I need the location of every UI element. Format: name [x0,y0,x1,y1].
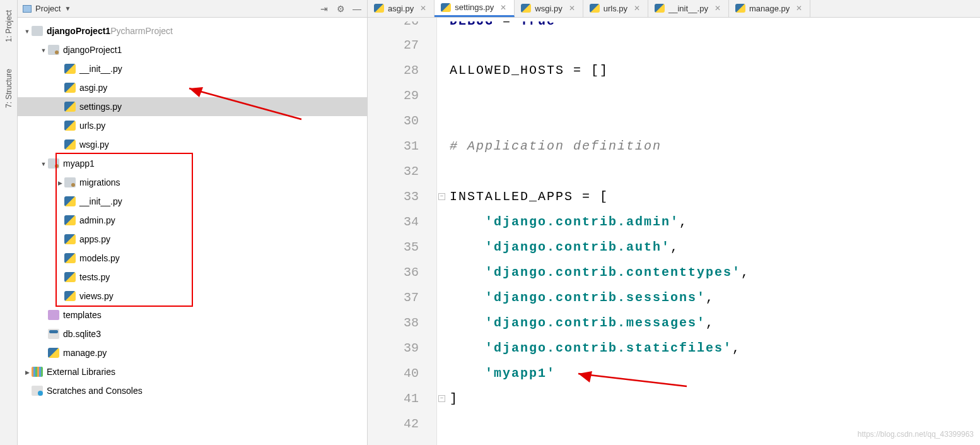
tab-label: asgi.py [388,4,414,13]
locate-icon[interactable]: ⇥ [319,4,329,14]
close-icon[interactable]: ✕ [796,4,802,13]
fold-toggle-icon[interactable]: − [438,193,445,200]
tree-row[interactable]: templates [18,306,367,324]
editor-tab[interactable]: asgi.py✕ [368,0,435,17]
python-file-icon [655,4,665,13]
expand-arrow-icon[interactable] [23,27,32,35]
py-icon [64,64,76,74]
close-icon[interactable]: ✕ [634,4,640,13]
tree-label: admin.py [79,215,115,225]
close-icon[interactable]: ✕ [500,3,506,12]
tree-row[interactable]: djangoProject1 PycharmProject [18,21,367,40]
close-icon[interactable]: ✕ [420,4,426,13]
python-file-icon [590,4,600,13]
python-file-icon [441,3,451,12]
chevron-down-icon[interactable]: ▼ [64,5,71,12]
tree-label: External Libraries [47,367,115,377]
pkg-icon [48,45,59,55]
tree-label: apps.py [79,234,110,244]
py-icon [64,196,76,206]
expand-arrow-icon[interactable] [39,46,48,54]
project-icon [23,5,32,13]
editor-tabs: asgi.py✕settings.py✕wsgi.py✕urls.py✕__in… [368,0,980,18]
tree-row[interactable]: __init__.py [18,59,367,78]
py-icon [64,234,76,244]
tree-label: db.sqlite3 [63,329,101,339]
editor-tab[interactable]: settings.py✕ [435,0,515,17]
tree-label: __init__.py [79,64,122,74]
pkg-icon [64,177,76,187]
tpl-icon [48,310,59,320]
tree-row[interactable]: models.py [18,249,367,268]
project-tool-tab[interactable]: 1: Project [4,6,13,46]
tree-row[interactable]: migrations [18,173,367,192]
project-tree[interactable]: djangoProject1 PycharmProjectdjangoProje… [18,18,367,445]
py-icon [64,253,76,263]
tree-label: views.py [79,291,114,301]
editor-tab[interactable]: manage.py✕ [729,0,810,17]
python-file-icon [735,4,745,13]
tree-row[interactable]: Scratches and Consoles [18,381,367,400]
fold-column[interactable]: −− [437,18,447,445]
tree-row[interactable]: db.sqlite3 [18,324,367,343]
tree-label: migrations [79,177,120,187]
code-content[interactable]: DEBUG = True ALLOWED_HOSTS = [] # Applic… [447,18,980,445]
tree-row[interactable]: tests.py [18,268,367,287]
editor-tab[interactable]: urls.py✕ [583,0,648,17]
fold-toggle-icon[interactable]: − [438,395,445,402]
tab-label: wsgi.py [535,4,562,13]
tree-label: asgi.py [79,83,107,93]
code-editor[interactable]: 2627282930313233343536373839404142 −− DE… [368,18,980,445]
db-icon [48,329,59,339]
tab-label: urls.py [604,4,627,13]
py-icon [64,102,76,112]
tree-row[interactable]: apps.py [18,230,367,249]
py-icon [64,291,76,301]
tree-label: manage.py [63,348,107,358]
py-icon [48,348,59,358]
tree-row[interactable]: asgi.py [18,78,367,97]
py-icon [64,215,76,225]
python-file-icon [521,4,531,13]
left-tool-rail: 1: Project 7: Structure [0,0,18,445]
expand-arrow-icon[interactable] [39,160,48,167]
folder-icon [32,26,43,36]
tree-row[interactable]: admin.py [18,211,367,230]
pkg-icon [48,158,59,169]
tree-row[interactable]: djangoProject1 [18,40,367,59]
close-icon[interactable]: ✕ [569,4,575,13]
tree-label: wsgi.py [79,139,109,150]
py-icon [64,139,76,150]
tree-row[interactable]: settings.py [18,97,367,116]
close-icon[interactable]: ✕ [715,4,721,13]
tree-row[interactable]: myapp1 [18,154,367,173]
expand-arrow-icon[interactable] [55,179,64,186]
structure-tool-tab[interactable]: 7: Structure [4,65,13,112]
python-file-icon [374,4,384,13]
tree-label: djangoProject1 [63,45,122,55]
project-panel-title: Project [35,4,61,13]
tree-label: myapp1 [63,158,95,169]
tab-label: manage.py [749,4,790,13]
expand-arrow-icon[interactable] [23,368,32,376]
tree-row[interactable]: views.py [18,287,367,306]
tree-label: urls.py [79,121,105,131]
tree-label: tests.py [79,272,110,282]
line-gutter: 2627282930313233343536373839404142 [368,18,437,445]
tab-label: settings.py [455,3,494,12]
tree-row[interactable]: urls.py [18,116,367,135]
tree-row[interactable]: manage.py [18,343,367,362]
tree-label: templates [63,310,102,320]
editor-area: asgi.py✕settings.py✕wsgi.py✕urls.py✕__in… [368,0,980,445]
minimize-icon[interactable]: — [352,4,362,14]
gear-icon[interactable]: ⚙ [335,4,346,14]
editor-tab[interactable]: __init__.py✕ [648,0,729,17]
tree-row[interactable]: wsgi.py [18,135,367,154]
tree-row[interactable]: __init__.py [18,192,367,211]
editor-tab[interactable]: wsgi.py✕ [515,0,583,17]
py-icon [64,272,76,282]
tab-label: __init__.py [668,4,708,13]
sc-icon [32,386,43,396]
tree-row[interactable]: External Libraries [18,362,367,381]
project-panel: Project ▼ ⇥ ⚙ — djangoProject1 PycharmPr… [18,0,368,445]
